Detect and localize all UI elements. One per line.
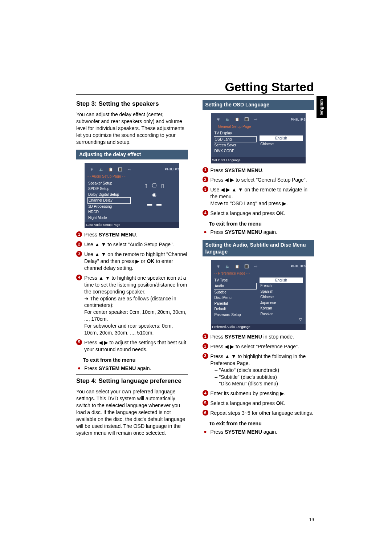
page-icon: 📋 (234, 117, 240, 122)
osd-item: SPDIF Setup (87, 186, 131, 192)
osd-option: Chinese (260, 294, 303, 300)
step-number-6: 6 (203, 410, 208, 416)
arrow-icon: ⇨ (253, 117, 259, 122)
list-item: 5 Press ◀ ▶ to adjust the settings that … (76, 339, 188, 353)
text: Use ▲ ▼ to select "Audio Setup Page". (84, 241, 188, 248)
osd-option: Japanese (260, 300, 303, 306)
text: Enter its submenu by pressing ▶. (211, 390, 314, 397)
step-number-1: 1 (76, 231, 82, 237)
osd-subtitle: - - General Setup Page - - (214, 124, 303, 129)
list-item: 4Enter its submenu by pressing ▶. (203, 390, 314, 397)
text: ➜ The options are as follows (distance i… (84, 295, 188, 309)
gear-icon: ✻ (215, 117, 221, 122)
text-bold: OK (276, 400, 284, 406)
text: For center speaker: 0cm, 10cm, 20cm, 30c… (84, 309, 188, 323)
osd-item-selected: Channel Delay (87, 197, 131, 204)
osd-general-panel: ✻ 🔈 📋 🔳 ⇨ PHILIPS - - General Setup Page… (211, 113, 306, 163)
text: Press ◀ ▶ to adjust the settings that be… (84, 339, 188, 353)
list-item: 4 Press ▲ ▼ to highlight one speaker ico… (76, 275, 188, 336)
osd-icon-row: ✻ 🔈 📋 🔳 ⇨ PHILIPS (214, 263, 303, 271)
nav-down-icon: ▽ (260, 317, 303, 323)
list-item: 5Select a language and press OK. (203, 400, 314, 407)
text-bold: SYSTEM MENU (225, 229, 262, 235)
list-item: 6Repeat steps 3~5 for other language set… (203, 410, 314, 417)
grid-icon: 🔳 (244, 264, 249, 269)
grid-icon: 🔳 (117, 167, 123, 172)
step-number-2: 2 (203, 177, 208, 182)
text: Press ▲ ▼ to highlight the following in … (211, 353, 314, 367)
arrow-icon: ⇨ (127, 167, 132, 172)
osd-item: Disc Menu (214, 295, 257, 301)
osd-left-list: TV Display OSD Lang Screen Saver DIVX CO… (214, 130, 257, 156)
list-item: 4Select a language and press OK. (203, 210, 314, 217)
bullet-icon: ● (203, 229, 208, 236)
speaker-icon: 🔈 (225, 117, 230, 122)
title-rule (76, 94, 314, 95)
text: Press ▲ ▼ to highlight one speaker icon … (84, 275, 188, 295)
osd-preference-panel: ✻ 🔈 📋 🔳 ⇨ PHILIPS - - Preference Page - … (211, 260, 306, 330)
list-item: 3Use ◀ ▶ ▲ ▼ on the remote to navigate i… (203, 186, 314, 207)
speaker-icon: 🔈 (98, 167, 104, 172)
text: . (262, 167, 264, 173)
pref-steps: 1Press SYSTEM MENU in stop mode. 2Press … (203, 333, 314, 417)
text: Press (211, 229, 225, 235)
text: Select a language and press (211, 210, 276, 216)
osd-subtitle: - - Preference Page - - (214, 271, 303, 276)
step-number-5: 5 (76, 339, 82, 345)
page-number: 19 (309, 517, 314, 522)
osd-left-list: TV Type Audio Subtitle Disc Menu Parenta… (214, 278, 257, 323)
text: Select a language and press (211, 400, 276, 406)
osd-right-pane: ▯ 🖵 ▯ ◉ ▬ ▬ (134, 181, 177, 221)
text: again. (262, 229, 277, 235)
list-item: 1Press SYSTEM MENU in stop mode. (203, 333, 314, 340)
list-item: 3 Press ▲ ▼ to highlight the following i… (203, 353, 314, 387)
osd-item: Screen Saver (214, 142, 257, 148)
exit-heading: To exit from the menu (209, 220, 314, 227)
list-item: ●Press SYSTEM MENU again. (203, 429, 314, 436)
text: For subwoofer and rear speakers: 0cm, 10… (84, 323, 188, 336)
text: . (136, 232, 137, 238)
osd-option: Korean (260, 305, 303, 311)
list-item: 2 Use ▲ ▼ to select "Audio Setup Page". (76, 241, 188, 248)
text: Repeat steps 3~5 for other language sett… (211, 410, 314, 417)
dash-item: "Subtitle" (disc's subtitles) (215, 374, 314, 381)
dash-item: "Disc Menu" (disc's menu) (215, 380, 314, 387)
text-bold: SYSTEM MENU (99, 232, 136, 238)
speaker-diagram-icon: ▯ 🖵 ▯ (134, 182, 177, 190)
step-number-3: 3 (76, 251, 82, 257)
text: again. (262, 429, 277, 435)
brand-label: PHILIPS (295, 117, 301, 122)
osd-item: Subtitle (214, 289, 257, 295)
step-number-4: 4 (76, 275, 82, 280)
osd-item: Parental (214, 301, 257, 307)
page-title: Getting Started (225, 80, 314, 94)
osd-audio-panel: ✻ 🔈 📋 🔳 ⇨ PHILIPS - - Audio Setup Page -… (85, 163, 179, 228)
right-column: Setting the OSD Language ✻ 🔈 📋 🔳 ⇨ PHILI… (203, 100, 314, 438)
step-number-5: 5 (203, 400, 208, 406)
step-number-2: 2 (76, 241, 82, 247)
osd-item: Night Mode (87, 215, 131, 221)
page-icon: 📋 (108, 167, 114, 172)
dash-list: "Audio" (disc's soundtrack) "Subtitle" (… (215, 367, 314, 388)
osd-footer: Preferred Audio Language (211, 324, 306, 330)
osd-item-selected: Audio (214, 283, 257, 289)
osd-item: Dolby Digital Setup (87, 192, 131, 198)
osd-option-selected: English (260, 135, 303, 141)
text: Press (84, 232, 99, 238)
brand-label: PHILIPS (295, 264, 301, 269)
osd-option: Chinese (260, 141, 303, 147)
osd-language-bar: Setting the OSD Language (203, 100, 314, 110)
text: in stop mode. (262, 334, 294, 340)
step3-heading: Step 3: Setting the speakers (76, 100, 188, 108)
osd-item: HDCD (87, 209, 131, 215)
step4-intro: You can select your own preferred langua… (76, 388, 188, 436)
osd-item: 3D Processing (87, 204, 131, 210)
language-tab: English (317, 96, 327, 118)
osd-footer: Set OSD Language (211, 157, 306, 163)
text-bold: SYSTEM MENU (225, 167, 262, 173)
step-number-4: 4 (203, 390, 208, 396)
speaker-icon: 🔈 (225, 264, 230, 269)
grid-icon: 🔳 (244, 117, 249, 122)
list-item: ● Press SYSTEM MENU again. (76, 365, 188, 372)
text-bold: SYSTEM MENU (99, 365, 136, 371)
